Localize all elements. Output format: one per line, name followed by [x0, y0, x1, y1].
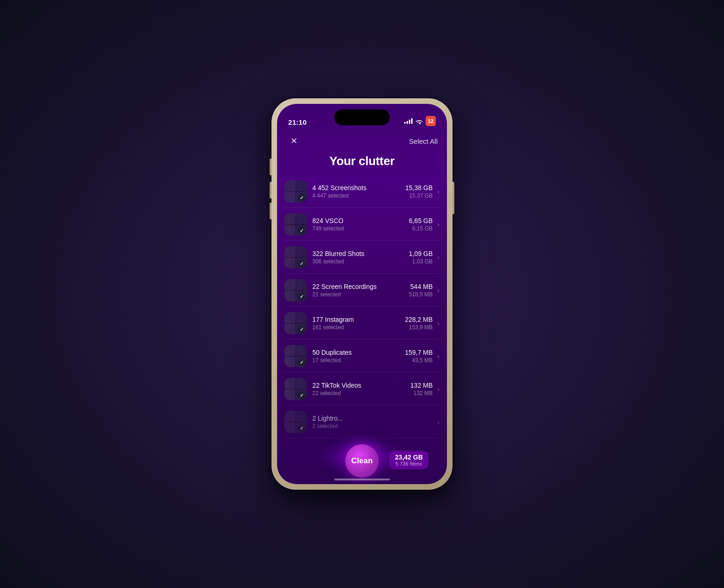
item-info: 177 Instagram 161 selected — [312, 316, 405, 331]
item-name: 824 VSCO — [312, 217, 409, 224]
phone-device: 21:10 12 — [272, 98, 452, 490]
item-size-total: 132 MB — [410, 382, 433, 389]
page-title: Your clutter — [277, 150, 447, 176]
item-size-total: 544 MB — [409, 283, 433, 290]
list-item[interactable]: 22 Screen Recordings 21 selected 544 MB … — [284, 275, 440, 307]
item-info: 4 452 Screenshots 4 447 selected — [312, 184, 405, 199]
checkmark-icon — [297, 391, 306, 399]
item-thumbnail — [284, 378, 307, 400]
item-info: 22 TikTok Videos 22 selected — [312, 382, 410, 396]
item-size-selected: 15,37 GB — [405, 192, 433, 199]
checkmark-icon — [297, 358, 306, 366]
item-thumbnail — [284, 180, 307, 203]
item-selected: 17 selected — [312, 357, 405, 364]
signal-icon — [404, 118, 413, 124]
item-size: 15,38 GB 15,37 GB — [405, 184, 433, 199]
phone-screen: 21:10 12 — [277, 104, 447, 484]
close-button[interactable]: ✕ — [286, 134, 301, 148]
item-thumbnail — [284, 279, 307, 301]
item-size-selected: 6,15 GB — [409, 225, 433, 232]
item-size: 132 MB 132 MB — [410, 382, 433, 396]
item-name: 322 Blurred Shots — [312, 250, 409, 257]
item-selected: 749 selected — [312, 225, 409, 232]
item-name: 177 Instagram — [312, 316, 405, 323]
item-name: 22 TikTok Videos — [312, 382, 410, 389]
clean-button[interactable]: Clean — [345, 444, 379, 478]
list-item[interactable]: 50 Duplicates 17 selected 159,7 MB 43,5 … — [284, 340, 440, 372]
item-size-selected: 43,5 MB — [405, 357, 433, 364]
item-selected: 22 selected — [312, 390, 410, 396]
item-size: 159,7 MB 43,5 MB — [405, 349, 433, 364]
item-name: 2 Lightro... — [312, 415, 433, 422]
item-name: 22 Screen Recordings — [312, 283, 409, 290]
clutter-list: 4 452 Screenshots 4 447 selected 15,38 G… — [277, 176, 447, 438]
list-item[interactable]: 177 Instagram 161 selected 228,2 MB 153,… — [284, 307, 440, 339]
chevron-right-icon: › — [437, 352, 440, 360]
item-size-total: 15,38 GB — [405, 184, 433, 192]
list-item[interactable]: 4 452 Screenshots 4 447 selected 15,38 G… — [284, 176, 440, 208]
item-info: 322 Blurred Shots 306 selected — [312, 250, 409, 265]
item-size-selected: 132 MB — [410, 390, 433, 396]
clean-button-label: Clean — [351, 456, 373, 466]
item-name: 50 Duplicates — [312, 349, 405, 356]
chevron-right-icon: › — [437, 287, 440, 294]
item-name: 4 452 Screenshots — [312, 184, 405, 192]
status-icons: 12 — [404, 116, 436, 126]
item-selected: 161 selected — [312, 324, 405, 331]
item-size-total: 159,7 MB — [405, 349, 433, 356]
list-item[interactable]: 22 TikTok Videos 22 selected 132 MB 132 … — [284, 373, 440, 405]
storage-amount: 23,42 GB — [395, 454, 423, 461]
item-thumbnail — [284, 411, 307, 433]
item-info: 2 Lightro... 2 selected — [312, 415, 433, 429]
storage-summary-badge: 23,42 GB 5 736 Items — [389, 451, 428, 469]
list-item[interactable]: 824 VSCO 749 selected 6,65 GB 6,15 GB › — [284, 209, 440, 241]
chevron-right-icon: › — [437, 320, 440, 327]
item-selected: 21 selected — [312, 291, 409, 298]
item-size-total: 6,65 GB — [409, 217, 433, 224]
item-info: 22 Screen Recordings 21 selected — [312, 283, 409, 298]
item-info: 50 Duplicates 17 selected — [312, 349, 405, 364]
item-thumbnail — [284, 213, 307, 236]
list-item[interactable]: 322 Blurred Shots 306 selected 1,09 GB 1… — [284, 242, 440, 274]
item-size-total: 1,09 GB — [409, 250, 433, 257]
item-selected: 4 447 selected — [312, 192, 405, 199]
bottom-action-area: Clean 23,42 GB 5 736 Items — [277, 438, 447, 484]
status-time: 21:10 — [288, 118, 307, 126]
list-item[interactable]: 2 Lightro... 2 selected › — [284, 406, 440, 438]
item-thumbnail — [284, 345, 307, 367]
wifi-icon — [415, 118, 423, 124]
chevron-right-icon: › — [437, 418, 440, 426]
battery-icon: 12 — [426, 116, 436, 126]
item-thumbnail — [284, 312, 307, 334]
item-size-total: 228,2 MB — [405, 316, 433, 323]
item-size-selected: 1,03 GB — [409, 258, 433, 265]
item-size: 544 MB 518,5 MB — [409, 283, 433, 298]
checkmark-icon — [297, 226, 306, 235]
home-indicator — [334, 479, 390, 480]
dynamic-island — [334, 109, 390, 125]
item-thumbnail — [284, 246, 307, 268]
top-bar: ✕ Select All — [277, 130, 447, 150]
app-content: ✕ Select All Your clutter 4 — [277, 130, 447, 484]
select-all-button[interactable]: Select All — [409, 137, 438, 145]
checkmark-icon — [297, 325, 306, 333]
item-size-selected: 518,5 MB — [409, 291, 433, 298]
chevron-right-icon: › — [437, 221, 440, 228]
checkmark-icon — [297, 424, 306, 432]
chevron-right-icon: › — [437, 188, 440, 195]
item-size: 228,2 MB 153,9 MB — [405, 316, 433, 331]
checkmark-icon — [297, 193, 306, 202]
item-selected: 306 selected — [312, 258, 409, 265]
chevron-right-icon: › — [437, 385, 440, 393]
item-info: 824 VSCO 749 selected — [312, 217, 409, 232]
chevron-right-icon: › — [437, 254, 440, 261]
item-size: 6,65 GB 6,15 GB — [409, 217, 433, 232]
checkmark-icon — [297, 259, 306, 268]
item-size-selected: 153,9 MB — [405, 324, 433, 331]
item-selected: 2 selected — [312, 423, 433, 429]
storage-items-count: 5 736 Items — [395, 461, 423, 467]
item-size: 1,09 GB 1,03 GB — [409, 250, 433, 265]
checkmark-icon — [297, 292, 306, 300]
